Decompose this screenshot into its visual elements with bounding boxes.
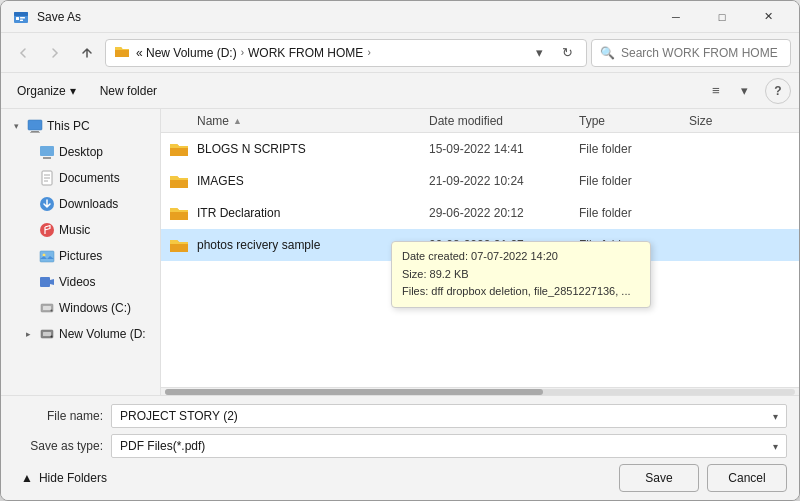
save-as-dialog: Save As ─ □ ✕ « New Volume (D:) › WORK F… bbox=[0, 0, 800, 501]
svg-rect-9 bbox=[43, 157, 51, 159]
close-button[interactable]: ✕ bbox=[745, 1, 791, 33]
file-date: 21-09-2022 10:24 bbox=[421, 174, 571, 188]
sidebar-item-windows-c[interactable]: Windows (C:) bbox=[1, 295, 160, 321]
filetype-row: Save as type: PDF Files(*.pdf) ▾ bbox=[13, 434, 787, 458]
file-type: File folder bbox=[571, 142, 681, 156]
filetype-value: PDF Files(*.pdf) bbox=[120, 439, 205, 453]
file-list[interactable]: BLOGS N SCRIPTS 15-09-2022 14:41 File fo… bbox=[161, 133, 799, 387]
sidebar-label: Videos bbox=[59, 275, 95, 289]
sidebar-label: Desktop bbox=[59, 145, 103, 159]
scrollbar-track bbox=[165, 389, 795, 395]
col-header-type[interactable]: Type bbox=[571, 114, 681, 128]
dialog-title: Save As bbox=[37, 10, 653, 24]
main-content: ▾ This PC Desktop Documents bbox=[1, 109, 799, 395]
sidebar-label: Music bbox=[59, 223, 90, 237]
address-dropdown-button[interactable]: ▾ bbox=[528, 42, 550, 64]
sidebar-item-pictures[interactable]: Pictures bbox=[1, 243, 160, 269]
filetype-label: Save as type: bbox=[13, 439, 103, 453]
horizontal-scrollbar[interactable] bbox=[161, 387, 799, 395]
filename-value: PROJECT STORY (2) bbox=[120, 409, 238, 423]
address-path: « New Volume (D:) › WORK FROM HOME › bbox=[136, 46, 522, 60]
sidebar-item-videos[interactable]: Videos bbox=[1, 269, 160, 295]
file-date: 15-09-2022 14:41 bbox=[421, 142, 571, 156]
file-area: Name ▲ Date modified Type Size bbox=[161, 109, 799, 395]
toolbar: Organize ▾ New folder ≡ ▾ ? bbox=[1, 73, 799, 109]
videos-icon bbox=[39, 274, 55, 290]
sidebar-label: Downloads bbox=[59, 197, 118, 211]
svg-rect-8 bbox=[40, 146, 54, 156]
documents-icon bbox=[39, 170, 55, 186]
folder-icon bbox=[161, 141, 197, 157]
expand-icon bbox=[21, 197, 35, 211]
svg-rect-21 bbox=[43, 306, 51, 310]
back-button[interactable] bbox=[9, 39, 37, 67]
organize-label: Organize bbox=[17, 84, 66, 98]
search-input[interactable] bbox=[621, 46, 782, 60]
expand-icon bbox=[21, 275, 35, 289]
expand-icon: ▾ bbox=[9, 119, 23, 133]
svg-rect-24 bbox=[43, 332, 51, 336]
view-dropdown-button[interactable]: ▾ bbox=[731, 78, 757, 104]
sidebar: ▾ This PC Desktop Documents bbox=[1, 109, 161, 395]
address-refresh-button[interactable]: ↻ bbox=[556, 42, 578, 64]
folder-icon bbox=[161, 237, 197, 253]
table-row[interactable]: ITR Declaration 29-06-2022 20:12 File fo… bbox=[161, 197, 799, 229]
music-icon bbox=[39, 222, 55, 238]
search-bar[interactable]: 🔍 bbox=[591, 39, 791, 67]
hide-folders-label: Hide Folders bbox=[39, 471, 107, 485]
forward-button[interactable] bbox=[41, 39, 69, 67]
filename-row: File name: PROJECT STORY (2) ▾ bbox=[13, 404, 787, 428]
sidebar-item-this-pc[interactable]: ▾ This PC bbox=[1, 113, 160, 139]
col-header-date[interactable]: Date modified bbox=[421, 114, 571, 128]
table-row[interactable]: IMAGES 21-09-2022 10:24 File folder bbox=[161, 165, 799, 197]
svg-rect-5 bbox=[28, 120, 42, 130]
tooltip-date-created: Date created: 07-07-2022 14:20 bbox=[402, 248, 640, 266]
new-folder-button[interactable]: New folder bbox=[92, 78, 165, 104]
sidebar-item-downloads[interactable]: Downloads bbox=[1, 191, 160, 217]
save-button[interactable]: Save bbox=[619, 464, 699, 492]
filename-label: File name: bbox=[13, 409, 103, 423]
view-button[interactable]: ≡ bbox=[703, 78, 729, 104]
address-folder: WORK FROM HOME bbox=[248, 46, 363, 60]
bottom-section: File name: PROJECT STORY (2) ▾ Save as t… bbox=[1, 395, 799, 500]
up-button[interactable] bbox=[73, 39, 101, 67]
svg-rect-18 bbox=[40, 277, 50, 287]
sidebar-item-new-volume-d[interactable]: ▸ New Volume (D: bbox=[1, 321, 160, 347]
file-date: 29-06-2022 20:12 bbox=[421, 206, 571, 220]
hide-folders-button[interactable]: ▲ Hide Folders bbox=[13, 467, 115, 489]
sidebar-label: Pictures bbox=[59, 249, 102, 263]
drive-d-icon bbox=[39, 326, 55, 342]
pc-icon bbox=[27, 118, 43, 134]
file-list-header: Name ▲ Date modified Type Size bbox=[161, 109, 799, 133]
pictures-icon bbox=[39, 248, 55, 264]
svg-rect-4 bbox=[20, 19, 23, 21]
filename-input[interactable]: PROJECT STORY (2) ▾ bbox=[111, 404, 787, 428]
title-bar: Save As ─ □ ✕ bbox=[1, 1, 799, 33]
address-folder-icon bbox=[114, 44, 130, 61]
col-header-size[interactable]: Size bbox=[681, 114, 799, 128]
action-buttons: Save Cancel bbox=[619, 464, 787, 492]
file-tooltip: Date created: 07-07-2022 14:20 Size: 89.… bbox=[391, 241, 651, 308]
sidebar-label: This PC bbox=[47, 119, 90, 133]
table-row[interactable]: BLOGS N SCRIPTS 15-09-2022 14:41 File fo… bbox=[161, 133, 799, 165]
svg-rect-16 bbox=[40, 251, 54, 262]
sidebar-item-documents[interactable]: Documents bbox=[1, 165, 160, 191]
cancel-button[interactable]: Cancel bbox=[707, 464, 787, 492]
sidebar-item-desktop[interactable]: Desktop bbox=[1, 139, 160, 165]
minimize-button[interactable]: ─ bbox=[653, 1, 699, 33]
folder-icon bbox=[161, 205, 197, 221]
sidebar-item-music[interactable]: Music bbox=[1, 217, 160, 243]
svg-rect-2 bbox=[16, 17, 19, 20]
sidebar-label: New Volume (D: bbox=[59, 327, 146, 341]
organize-arrow: ▾ bbox=[70, 84, 76, 98]
expand-icon bbox=[21, 145, 35, 159]
help-button[interactable]: ? bbox=[765, 78, 791, 104]
tooltip-size: Size: 89.2 KB bbox=[402, 266, 640, 284]
col-header-name[interactable]: Name ▲ bbox=[161, 114, 421, 128]
organize-button[interactable]: Organize ▾ bbox=[9, 78, 84, 104]
address-bar[interactable]: « New Volume (D:) › WORK FROM HOME › ▾ ↻ bbox=[105, 39, 587, 67]
filetype-input[interactable]: PDF Files(*.pdf) ▾ bbox=[111, 434, 787, 458]
expand-icon bbox=[21, 301, 35, 315]
maximize-button[interactable]: □ bbox=[699, 1, 745, 33]
window-controls: ─ □ ✕ bbox=[653, 1, 791, 33]
